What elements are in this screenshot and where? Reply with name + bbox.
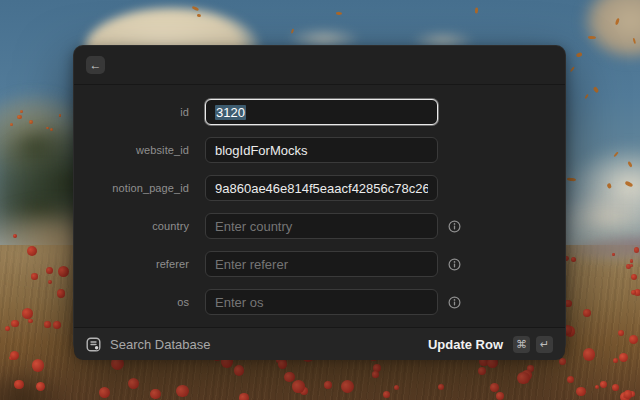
poppy-flower	[44, 321, 51, 328]
poppy-flower	[14, 380, 24, 390]
poppy-flower	[22, 308, 33, 319]
poppy-flower	[59, 114, 62, 117]
poppy-flower	[58, 266, 69, 277]
country-input[interactable]	[205, 213, 438, 239]
poppy-flower	[50, 128, 53, 131]
form-row-website_id: website_id	[74, 137, 565, 163]
field-label: notion_page_id	[74, 182, 189, 194]
update-row-label: Update Row	[428, 337, 503, 352]
form-row-notion_page_id: notion_page_id	[74, 175, 565, 201]
referer-input[interactable]	[205, 251, 438, 277]
poppy-flower	[595, 385, 599, 389]
field-label: country	[74, 220, 189, 232]
update-row-button[interactable]: Update Row ⌘ ↵	[428, 336, 553, 353]
poppy-flower	[576, 387, 586, 397]
field-label: os	[74, 296, 189, 308]
search-database-label: Search Database	[110, 337, 210, 352]
id-input[interactable]: 3120	[205, 99, 438, 125]
falling-leaf	[588, 35, 596, 38]
poppy-flower	[324, 381, 332, 389]
poppy-flower	[478, 367, 486, 375]
poppy-flower	[176, 385, 188, 397]
return-key-icon: ↵	[536, 336, 553, 353]
poppy-flower	[583, 348, 596, 361]
database-icon	[86, 337, 101, 352]
form-row-os: os	[74, 289, 565, 315]
form-row-country: country	[74, 213, 565, 239]
poppy-flower	[239, 393, 248, 400]
poppy-flower	[31, 273, 37, 279]
os-input[interactable]	[205, 289, 438, 315]
poppy-flower	[618, 330, 624, 336]
poppy-flower	[28, 319, 32, 323]
info-icon[interactable]	[448, 296, 461, 309]
field-label: website_id	[74, 144, 189, 156]
poppy-flower	[29, 120, 33, 124]
back-button[interactable]: ←	[86, 56, 105, 74]
poppy-flower	[11, 320, 19, 328]
poppy-flower	[48, 280, 52, 284]
poppy-flower	[17, 115, 21, 119]
poppy-flower	[20, 110, 23, 113]
poppy-flower	[496, 392, 504, 400]
footer-left: Search Database	[86, 337, 210, 352]
poppy-flower	[32, 359, 44, 371]
command-key-icon: ⌘	[513, 336, 530, 353]
poppy-flower	[612, 253, 615, 256]
form-body: id 3120 website_id notion_page_id countr…	[74, 85, 565, 327]
poppy-flower	[372, 371, 379, 378]
poppy-flower	[634, 247, 639, 252]
poppy-flower	[150, 389, 161, 400]
poppy-flower	[624, 390, 632, 398]
poppy-flower	[99, 387, 110, 398]
selected-text: 3120	[215, 105, 246, 120]
poppy-flower	[438, 384, 444, 390]
notion_page_id-input[interactable]	[205, 175, 438, 201]
info-icon[interactable]	[448, 258, 461, 271]
poppy-flower	[517, 372, 530, 385]
form-row-id: id 3120	[74, 99, 565, 125]
poppy-flower	[292, 380, 305, 393]
update-row-dialog: ← id 3120 website_id notion_page_id coun…	[73, 45, 566, 354]
form-row-referer: referer	[74, 251, 565, 277]
poppy-flower	[630, 259, 634, 263]
field-label: id	[74, 106, 189, 118]
dialog-footer: Search Database Update Row ⌘ ↵	[74, 327, 565, 360]
poppy-flower	[631, 290, 636, 295]
poppy-flower	[57, 289, 65, 297]
info-icon[interactable]	[448, 220, 461, 233]
field-label: referer	[74, 258, 189, 270]
poppy-flower	[53, 321, 61, 329]
falling-leaf	[197, 13, 201, 16]
poppy-flower	[612, 384, 619, 391]
website_id-input[interactable]	[205, 137, 438, 163]
poppy-flower	[341, 380, 354, 393]
dialog-header: ←	[74, 46, 565, 85]
